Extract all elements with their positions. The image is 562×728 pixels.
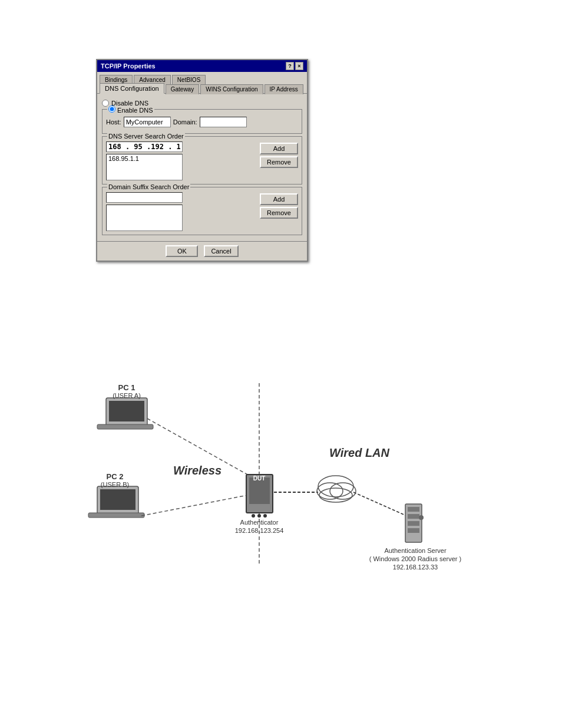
tcpip-dialog: TCP/IP Properties ? × Bindings Advanced … [96, 59, 308, 262]
svg-rect-2 [97, 424, 153, 429]
bottom-tab-row: DNS Configuration Gateway WINS Configura… [97, 83, 307, 94]
svg-point-9 [257, 514, 261, 518]
dialog-title-bar: TCP/IP Properties ? × [97, 60, 307, 72]
help-button[interactable]: ? [286, 62, 294, 70]
enable-dns-group: Enable DNS Host: Domain: [102, 109, 302, 134]
dialog-footer: OK Cancel [97, 241, 307, 261]
auth-server-label: Authentication Server [384, 547, 447, 554]
svg-rect-19 [408, 528, 419, 533]
dns-server-group: DNS Server Search Order 168.95.1.1 Add R… [102, 136, 302, 185]
svg-point-14 [319, 488, 352, 502]
tab-wins-configuration[interactable]: WINS Configuration [200, 84, 263, 94]
domain-suffix-group-label: Domain Suffix Search Order [107, 183, 190, 190]
pc2-user: (USER B) [101, 481, 129, 488]
pc2-label: PC 2 [107, 472, 124, 481]
auth-server-ip: 192.168.123.33 [393, 564, 438, 571]
dns-ip-input[interactable] [106, 141, 183, 152]
dns-remove-button[interactable]: Remove [260, 156, 298, 168]
dns-server-group-label: DNS Server Search Order [107, 133, 185, 140]
tab-dns-configuration[interactable]: DNS Configuration [100, 83, 164, 94]
svg-point-20 [419, 515, 424, 520]
enable-dns-group-label: Enable DNS [107, 106, 154, 114]
dialog-title: TCP/IP Properties [101, 62, 156, 70]
auth-server-detail: ( Windows 2000 Radius server ) [369, 555, 462, 562]
network-diagram: PC 1 (USER A) PC 2 (USER B) Wireless DUT [29, 365, 536, 613]
auth-server-group [405, 504, 424, 542]
network-svg: PC 1 (USER A) PC 2 (USER B) Wireless DUT [29, 365, 536, 613]
svg-point-8 [252, 514, 255, 518]
domain-suffix-input[interactable] [106, 192, 183, 203]
svg-rect-17 [408, 514, 419, 519]
pc2-group: PC 2 (USER B) [88, 472, 144, 518]
domain-suffix-buttons: Add Remove [260, 192, 298, 219]
dns-list-item-1: 168.95.1.1 [108, 155, 180, 162]
dut-group: DUT [246, 475, 273, 518]
svg-rect-5 [88, 513, 144, 518]
svg-rect-4 [100, 489, 135, 510]
tab-gateway[interactable]: Gateway [166, 84, 199, 94]
dialog-body: Disable DNS Enable DNS Host: Domain: DNS… [97, 94, 307, 241]
svg-point-11 [318, 476, 353, 497]
cloud-to-server-line [353, 492, 406, 516]
domain-suffix-list[interactable] [106, 205, 183, 231]
cloud-shape [317, 476, 356, 502]
cancel-button[interactable]: Cancel [204, 245, 238, 257]
wireless-label: Wireless [173, 464, 222, 477]
wired-lan-label: Wired LAN [329, 446, 390, 459]
svg-rect-1 [109, 401, 144, 421]
title-bar-buttons: ? × [286, 62, 303, 70]
domain-suffix-section: Add Remove [106, 192, 298, 231]
dut-ip: 192.168.123.254 [235, 527, 284, 534]
close-button[interactable]: × [295, 62, 303, 70]
authenticator-label: Authenticator [240, 519, 279, 526]
host-domain-row: Host: Domain: [106, 117, 298, 127]
tab-ip-address[interactable]: IP Address [265, 84, 303, 94]
ok-button[interactable]: OK [166, 245, 198, 257]
dns-server-buttons: Add Remove [260, 141, 298, 168]
dns-server-list[interactable]: 168.95.1.1 [106, 154, 183, 180]
tab-netbios[interactable]: NetBIOS [172, 75, 206, 84]
domain-suffix-add-button[interactable]: Add [260, 193, 298, 205]
dut-label: DUT [253, 475, 266, 482]
pc2-wireless-line [141, 495, 247, 516]
svg-rect-18 [408, 521, 419, 526]
pc1-user: (USER A) [113, 392, 141, 399]
domain-label: Domain: [173, 118, 197, 126]
svg-point-10 [263, 514, 267, 518]
pc1-group: PC 1 (USER A) [97, 383, 153, 429]
domain-suffix-remove-button[interactable]: Remove [260, 207, 298, 219]
pc1-label: PC 1 [118, 383, 135, 392]
enable-dns-radio[interactable] [108, 106, 115, 113]
host-label: Host: [106, 118, 121, 126]
dns-add-button[interactable]: Add [260, 143, 298, 154]
top-tab-row: Bindings Advanced NetBIOS [97, 72, 307, 83]
host-input[interactable] [124, 117, 171, 127]
dns-server-section: 168.95.1.1 Add Remove [106, 141, 298, 180]
domain-input[interactable] [200, 117, 247, 127]
domain-suffix-group: Domain Suffix Search Order Add Remove [102, 187, 302, 235]
svg-rect-16 [408, 507, 419, 512]
